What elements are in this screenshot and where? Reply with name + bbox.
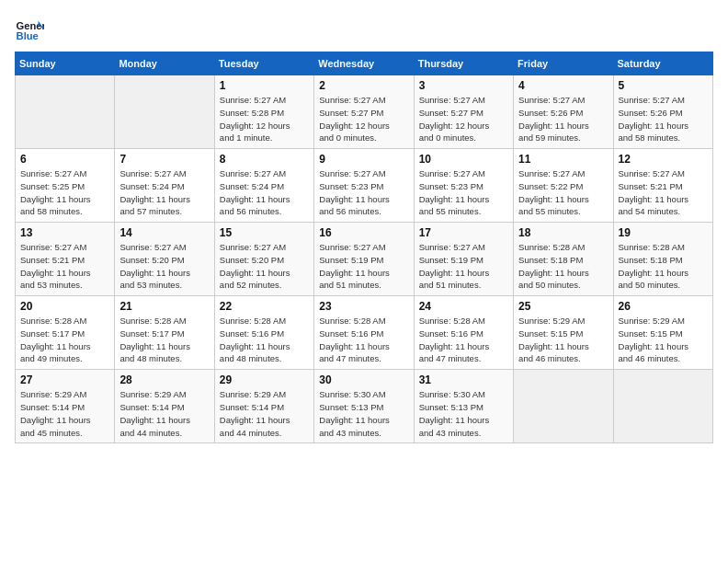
day-number: 31 (419, 373, 508, 386)
day-cell: 25Sunrise: 5:29 AMSunset: 5:15 PMDayligh… (514, 296, 613, 370)
day-number: 12 (619, 153, 708, 166)
day-cell: 13Sunrise: 5:27 AMSunset: 5:21 PMDayligh… (16, 223, 115, 296)
day-number: 22 (220, 300, 309, 313)
week-row-1: 1Sunrise: 5:27 AMSunset: 5:28 PMDaylight… (16, 75, 713, 149)
day-info: Sunrise: 5:28 AMSunset: 5:18 PMDaylight:… (619, 241, 708, 292)
header-sunday: Sunday (16, 52, 115, 75)
day-cell: 16Sunrise: 5:27 AMSunset: 5:19 PMDayligh… (314, 223, 414, 296)
day-cell (16, 75, 115, 149)
header-wednesday: Wednesday (314, 52, 414, 75)
day-number: 17 (419, 226, 508, 239)
day-info: Sunrise: 5:27 AMSunset: 5:28 PMDaylight:… (220, 94, 309, 144)
day-number: 8 (220, 153, 309, 166)
day-info: Sunrise: 5:28 AMSunset: 5:17 PMDaylight:… (119, 315, 209, 365)
svg-text:Blue: Blue (17, 30, 39, 41)
day-info: Sunrise: 5:27 AMSunset: 5:20 PMDaylight:… (119, 241, 209, 292)
header-friday: Friday (514, 52, 613, 75)
day-info: Sunrise: 5:29 AMSunset: 5:15 PMDaylight:… (518, 315, 608, 365)
day-cell: 8Sunrise: 5:27 AMSunset: 5:24 PMDaylight… (214, 149, 313, 223)
day-cell: 14Sunrise: 5:27 AMSunset: 5:20 PMDayligh… (115, 223, 214, 296)
day-info: Sunrise: 5:30 AMSunset: 5:13 PMDaylight:… (419, 388, 508, 439)
day-number: 21 (119, 300, 209, 313)
day-cell (514, 370, 613, 443)
day-info: Sunrise: 5:27 AMSunset: 5:24 PMDaylight:… (119, 167, 209, 218)
logo: General Blue (15, 15, 48, 44)
day-number: 16 (319, 226, 408, 239)
day-info: Sunrise: 5:27 AMSunset: 5:26 PMDaylight:… (619, 94, 708, 144)
day-number: 18 (518, 226, 608, 239)
day-info: Sunrise: 5:30 AMSunset: 5:13 PMDaylight:… (319, 388, 408, 439)
day-number: 23 (319, 300, 408, 313)
day-info: Sunrise: 5:27 AMSunset: 5:27 PMDaylight:… (419, 94, 508, 144)
day-cell: 1Sunrise: 5:27 AMSunset: 5:28 PMDaylight… (214, 75, 313, 149)
day-number: 6 (20, 153, 109, 166)
week-row-4: 20Sunrise: 5:28 AMSunset: 5:17 PMDayligh… (16, 296, 713, 370)
day-info: Sunrise: 5:28 AMSunset: 5:16 PMDaylight:… (319, 315, 408, 365)
day-cell: 15Sunrise: 5:27 AMSunset: 5:20 PMDayligh… (214, 223, 313, 296)
day-cell: 2Sunrise: 5:27 AMSunset: 5:27 PMDaylight… (314, 75, 414, 149)
day-number: 1 (220, 79, 309, 92)
day-info: Sunrise: 5:27 AMSunset: 5:27 PMDaylight:… (319, 94, 408, 144)
day-number: 5 (619, 79, 708, 92)
day-cell: 28Sunrise: 5:29 AMSunset: 5:14 PMDayligh… (115, 370, 214, 443)
day-info: Sunrise: 5:28 AMSunset: 5:16 PMDaylight:… (220, 315, 309, 365)
day-info: Sunrise: 5:27 AMSunset: 5:21 PMDaylight:… (619, 167, 708, 218)
day-cell (115, 75, 214, 149)
day-number: 28 (119, 373, 209, 386)
header-thursday: Thursday (414, 52, 513, 75)
day-number: 30 (319, 373, 408, 386)
day-cell: 27Sunrise: 5:29 AMSunset: 5:14 PMDayligh… (16, 370, 115, 443)
day-number: 11 (518, 153, 608, 166)
day-cell: 23Sunrise: 5:28 AMSunset: 5:16 PMDayligh… (314, 296, 414, 370)
day-info: Sunrise: 5:29 AMSunset: 5:14 PMDaylight:… (20, 388, 109, 439)
day-number: 14 (119, 226, 209, 239)
logo-icon: General Blue (15, 15, 44, 44)
day-cell: 20Sunrise: 5:28 AMSunset: 5:17 PMDayligh… (16, 296, 115, 370)
day-cell: 22Sunrise: 5:28 AMSunset: 5:16 PMDayligh… (214, 296, 313, 370)
day-number: 4 (518, 79, 608, 92)
day-cell: 26Sunrise: 5:29 AMSunset: 5:15 PMDayligh… (613, 296, 712, 370)
day-info: Sunrise: 5:28 AMSunset: 5:17 PMDaylight:… (20, 315, 109, 365)
day-cell: 31Sunrise: 5:30 AMSunset: 5:13 PMDayligh… (414, 370, 513, 443)
day-info: Sunrise: 5:27 AMSunset: 5:20 PMDaylight:… (220, 241, 309, 292)
day-cell: 5Sunrise: 5:27 AMSunset: 5:26 PMDaylight… (613, 75, 712, 149)
day-cell: 17Sunrise: 5:27 AMSunset: 5:19 PMDayligh… (414, 223, 513, 296)
day-cell: 18Sunrise: 5:28 AMSunset: 5:18 PMDayligh… (514, 223, 613, 296)
day-cell: 12Sunrise: 5:27 AMSunset: 5:21 PMDayligh… (613, 149, 712, 223)
day-cell: 9Sunrise: 5:27 AMSunset: 5:23 PMDaylight… (314, 149, 414, 223)
day-number: 19 (619, 226, 708, 239)
day-info: Sunrise: 5:27 AMSunset: 5:19 PMDaylight:… (319, 241, 408, 292)
day-number: 20 (20, 300, 109, 313)
page-header: General Blue (15, 15, 713, 44)
day-number: 3 (419, 79, 508, 92)
day-info: Sunrise: 5:29 AMSunset: 5:14 PMDaylight:… (220, 388, 309, 439)
day-info: Sunrise: 5:28 AMSunset: 5:16 PMDaylight:… (419, 315, 508, 365)
day-info: Sunrise: 5:27 AMSunset: 5:22 PMDaylight:… (518, 167, 608, 218)
day-number: 29 (220, 373, 309, 386)
day-number: 7 (119, 153, 209, 166)
header-row: SundayMondayTuesdayWednesdayThursdayFrid… (16, 52, 713, 75)
day-info: Sunrise: 5:27 AMSunset: 5:26 PMDaylight:… (518, 94, 608, 144)
day-info: Sunrise: 5:27 AMSunset: 5:21 PMDaylight:… (20, 241, 109, 292)
day-cell: 7Sunrise: 5:27 AMSunset: 5:24 PMDaylight… (115, 149, 214, 223)
day-cell: 11Sunrise: 5:27 AMSunset: 5:22 PMDayligh… (514, 149, 613, 223)
day-number: 25 (518, 300, 608, 313)
header-monday: Monday (115, 52, 214, 75)
day-info: Sunrise: 5:29 AMSunset: 5:15 PMDaylight:… (619, 315, 708, 365)
day-number: 10 (419, 153, 508, 166)
calendar-table: SundayMondayTuesdayWednesdayThursdayFrid… (15, 52, 713, 443)
header-tuesday: Tuesday (214, 52, 313, 75)
day-info: Sunrise: 5:27 AMSunset: 5:25 PMDaylight:… (20, 167, 109, 218)
week-row-5: 27Sunrise: 5:29 AMSunset: 5:14 PMDayligh… (16, 370, 713, 443)
header-saturday: Saturday (613, 52, 712, 75)
day-cell: 29Sunrise: 5:29 AMSunset: 5:14 PMDayligh… (214, 370, 313, 443)
day-cell (613, 370, 712, 443)
day-number: 15 (220, 226, 309, 239)
day-number: 24 (419, 300, 508, 313)
day-info: Sunrise: 5:27 AMSunset: 5:19 PMDaylight:… (419, 241, 508, 292)
day-cell: 3Sunrise: 5:27 AMSunset: 5:27 PMDaylight… (414, 75, 513, 149)
day-number: 13 (20, 226, 109, 239)
day-cell: 24Sunrise: 5:28 AMSunset: 5:16 PMDayligh… (414, 296, 513, 370)
day-number: 27 (20, 373, 109, 386)
day-info: Sunrise: 5:27 AMSunset: 5:23 PMDaylight:… (319, 167, 408, 218)
